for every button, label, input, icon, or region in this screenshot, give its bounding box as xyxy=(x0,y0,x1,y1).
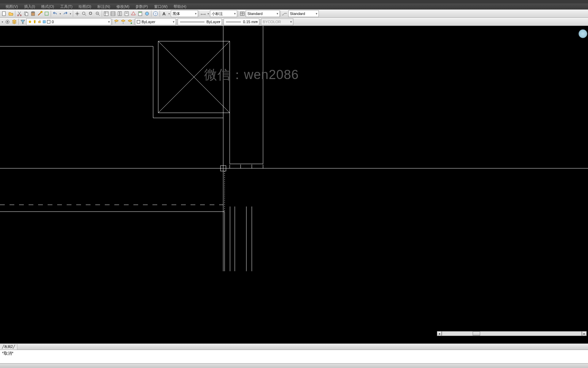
svg-rect-19 xyxy=(139,12,142,13)
open-icon[interactable] xyxy=(7,10,14,17)
menu-dimension[interactable]: 标注(N) xyxy=(97,4,110,9)
match-properties-icon[interactable] xyxy=(36,10,43,17)
command-line[interactable]: *取消* xyxy=(0,350,588,363)
layer-filter-icon[interactable] xyxy=(19,18,26,25)
dim-style-select[interactable]: 小标注 xyxy=(210,10,237,17)
svg-point-2 xyxy=(20,15,21,16)
markup-icon[interactable] xyxy=(130,10,137,17)
cut-icon[interactable] xyxy=(16,10,23,17)
lineweight-label: 0.15 mm xyxy=(243,20,258,24)
redo-icon[interactable] xyxy=(62,10,69,17)
color-select[interactable]: ByLayer xyxy=(135,18,176,25)
svg-point-20 xyxy=(145,12,149,15)
plotstyle-select: BYCOLOR xyxy=(261,18,293,25)
svg-point-27 xyxy=(7,21,8,22)
help-icon[interactable]: ? xyxy=(152,10,159,17)
horizontal-scrollbar[interactable]: ◂ ▸ xyxy=(437,331,587,336)
table-style-select[interactable]: Standard xyxy=(246,10,280,17)
layer-isolate-icon[interactable] xyxy=(127,18,133,25)
drawing-canvas[interactable]: 微信：wen2086 ◂ ▸ xyxy=(0,26,588,343)
layer-select[interactable]: 0 xyxy=(26,18,111,25)
zoom-previous-icon[interactable] xyxy=(94,10,101,17)
paste-icon[interactable] xyxy=(30,10,36,17)
svg-text:?: ? xyxy=(154,12,156,16)
svg-rect-15 xyxy=(118,12,119,16)
render-icon[interactable] xyxy=(144,10,150,17)
menu-draw[interactable]: 绘图(D) xyxy=(79,4,91,9)
svg-point-9 xyxy=(82,12,85,15)
scroll-left-icon[interactable]: ◂ xyxy=(437,331,442,336)
menu-format[interactable]: 格式(O) xyxy=(41,4,54,9)
menu-modify[interactable]: 修改(M) xyxy=(116,4,130,9)
menu-window[interactable]: 窗口(W) xyxy=(154,4,168,9)
undo-dropdown-icon[interactable]: ▾ xyxy=(59,12,62,15)
svg-rect-31 xyxy=(38,21,40,23)
layer-name-label: 0 xyxy=(52,20,54,24)
layout-tab-bar: ╱ 布局2 ╱ xyxy=(0,343,588,350)
menu-help[interactable]: 帮助(H) xyxy=(174,4,186,9)
svg-point-1 xyxy=(17,15,19,16)
layers-toolbar: ▾ 0 ByLayer ByLayer 0.15 mm xyxy=(0,18,588,26)
tool-palettes-icon[interactable] xyxy=(116,10,123,17)
svg-rect-6 xyxy=(32,12,34,13)
command-text: *取消* xyxy=(2,351,13,356)
dim-style-icon[interactable] xyxy=(200,10,207,17)
svg-rect-4 xyxy=(26,13,28,16)
new-icon[interactable] xyxy=(1,10,7,17)
svg-point-33 xyxy=(131,22,132,24)
layout-tab-label: 布局2 xyxy=(4,344,13,349)
table-style-icon[interactable] xyxy=(239,10,246,17)
copy-icon[interactable] xyxy=(23,10,30,17)
layer-manager-icon[interactable] xyxy=(11,18,18,25)
svg-rect-7 xyxy=(41,11,42,13)
layout-tab[interactable]: ╱ 布局2 ╱ xyxy=(0,344,17,350)
undo-icon[interactable] xyxy=(52,10,59,17)
layer-state-icon[interactable] xyxy=(4,18,11,25)
zoom-realtime-icon[interactable] xyxy=(81,10,87,17)
app-logo-icon xyxy=(578,29,587,38)
text-style-select[interactable]: 黑体 xyxy=(171,10,198,17)
svg-rect-16 xyxy=(120,12,121,16)
color-label: ByLayer xyxy=(142,20,155,24)
layer-previous-icon[interactable] xyxy=(113,18,120,25)
dim-style-dropdown-arrow[interactable]: ▾ xyxy=(207,12,210,15)
toolbar-arrow[interactable]: ▾ xyxy=(1,20,4,24)
svg-rect-32 xyxy=(43,20,46,23)
text-style-icon[interactable]: A xyxy=(161,10,167,17)
linetype-label: ByLayer xyxy=(207,20,220,24)
scroll-track[interactable] xyxy=(442,331,582,336)
menu-view[interactable]: 视图(V) xyxy=(5,4,18,9)
zoom-window-icon[interactable] xyxy=(87,10,94,17)
svg-point-29 xyxy=(34,20,36,22)
design-center-icon[interactable] xyxy=(110,10,116,17)
svg-rect-11 xyxy=(89,12,92,14)
svg-rect-0 xyxy=(2,12,5,16)
svg-point-25 xyxy=(282,15,283,15)
svg-point-28 xyxy=(29,21,31,23)
menu-parametric[interactable]: 参数(P) xyxy=(135,4,148,9)
redo-dropdown-icon[interactable]: ▾ xyxy=(69,12,72,15)
svg-text:A: A xyxy=(162,11,166,16)
mleader-style-select[interactable]: Standard xyxy=(288,10,319,17)
sheet-set-icon[interactable] xyxy=(123,10,130,17)
text-style-dropdown-arrow[interactable]: ▾ xyxy=(167,12,171,15)
scroll-thumb[interactable] xyxy=(473,332,480,336)
menu-tools[interactable]: 工具(T) xyxy=(60,4,72,9)
svg-rect-13 xyxy=(104,12,108,16)
svg-rect-8 xyxy=(45,12,48,15)
multileader-style-icon[interactable] xyxy=(281,10,288,17)
layer-match-icon[interactable] xyxy=(120,18,127,25)
title-bar xyxy=(0,0,588,3)
menu-bar: 视图(V) 插入(I) 格式(O) 工具(T) 绘图(D) 标注(N) 修改(M… xyxy=(0,3,588,10)
lineweight-select[interactable]: 0.15 mm xyxy=(224,18,259,25)
calculator-icon[interactable] xyxy=(137,10,144,17)
linetype-select[interactable]: ByLayer xyxy=(178,18,222,25)
svg-rect-30 xyxy=(34,22,35,23)
properties-icon[interactable] xyxy=(103,10,110,17)
standard-toolbar: ▾ ▾ ? A ▾ 黑体 ▾ 小标注 Standard Standard xyxy=(0,10,588,18)
pan-icon[interactable] xyxy=(74,10,81,17)
scroll-right-icon[interactable]: ▸ xyxy=(582,331,587,336)
block-icon[interactable] xyxy=(43,10,50,17)
menu-insert[interactable]: 插入(I) xyxy=(24,4,35,9)
status-bar xyxy=(0,363,588,368)
